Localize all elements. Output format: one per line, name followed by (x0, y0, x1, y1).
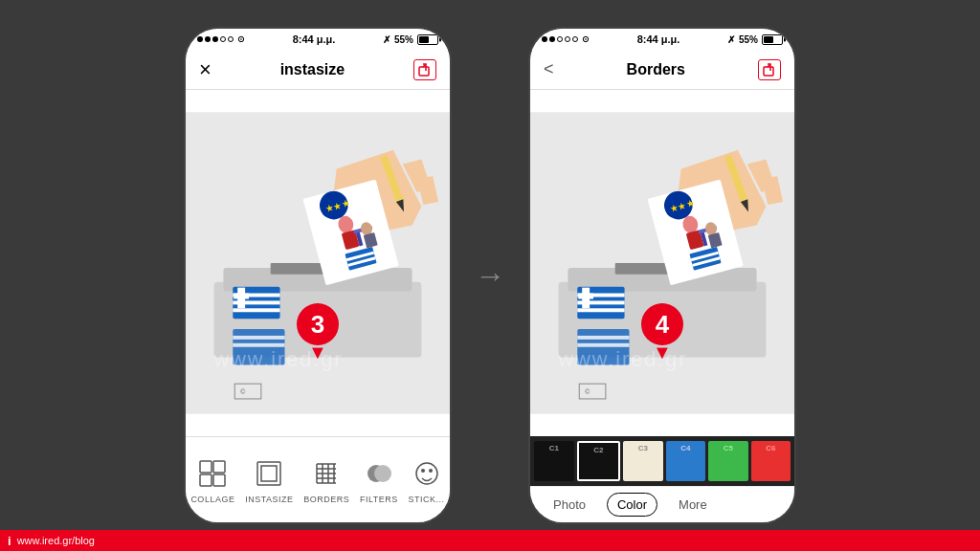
svg-point-54 (429, 469, 433, 473)
svg-rect-85 (577, 336, 629, 340)
svg-rect-31 (233, 343, 284, 347)
right-share-button[interactable] (758, 59, 781, 80)
swatch-c6[interactable]: C6 (751, 441, 791, 481)
swatch-c5[interactable]: C5 (708, 441, 748, 481)
signal-dot-5 (228, 36, 234, 42)
svg-rect-86 (577, 343, 629, 347)
svg-rect-35 (200, 461, 212, 473)
left-phone: ⊙ 8:44 μ.μ. ✗ 55% × instasize (184, 27, 452, 524)
svg-rect-30 (233, 336, 284, 340)
signal-dot-4 (220, 36, 226, 42)
right-cartoon-image: ★★★ © www.ired.gr (530, 90, 794, 436)
share-button[interactable] (413, 59, 436, 80)
swatch-c3[interactable]: C3 (623, 441, 663, 481)
right-nav-bar: < Borders (530, 50, 794, 90)
filters-icon (362, 456, 396, 491)
share-icon (418, 63, 432, 77)
filters-label: FILTERS (360, 495, 398, 504)
signal-dot-2 (205, 36, 211, 42)
left-status-bar: ⊙ 8:44 μ.μ. ✗ 55% (186, 29, 450, 50)
svg-rect-0 (419, 67, 429, 76)
borders-label: BORDERS (303, 495, 349, 504)
right-battery-icon (762, 34, 783, 45)
back-button[interactable]: < (544, 59, 554, 79)
svg-rect-55 (764, 67, 773, 76)
photo-tab[interactable]: Photo (544, 494, 595, 516)
app-title: instasize (280, 61, 345, 78)
swatch-c2[interactable]: C2 (577, 441, 621, 481)
signal-dot-3 (212, 36, 218, 42)
swatch-c4[interactable]: C4 (666, 441, 706, 481)
signal-dot-r5 (572, 36, 578, 42)
swatch-c2-label: C2 (579, 446, 619, 454)
collage-label: COLLAGE (190, 495, 234, 504)
borders-title: Borders (627, 61, 685, 78)
more-tab[interactable]: More (669, 494, 717, 516)
step-3-badge: 3 (297, 303, 339, 345)
left-image-area: ★★★ (186, 90, 450, 436)
left-nav-bar: × instasize (186, 50, 450, 90)
right-battery-pct: 55% (739, 34, 758, 45)
stickers-icon (410, 456, 444, 491)
step-4-arrow: ▼ (653, 342, 672, 362)
svg-rect-40 (261, 466, 277, 481)
bluetooth-icon: ✗ (383, 34, 390, 45)
svg-rect-36 (213, 461, 225, 473)
swatch-c1-label: C1 (534, 444, 574, 452)
instasize-label: INSTASIZE (245, 495, 293, 504)
signal-dot-r3 (557, 36, 563, 42)
step-3-arrow: ▼ (308, 342, 327, 362)
svg-rect-9 (233, 308, 279, 312)
right-bluetooth-icon: ✗ (727, 34, 735, 45)
svg-rect-64 (577, 308, 624, 312)
left-cartoon-image: ★★★ (186, 90, 450, 436)
pcm-bar: Photo Color More (530, 486, 794, 522)
right-wifi-icon: ⊙ (582, 34, 590, 44)
svg-point-53 (421, 469, 425, 473)
transition-arrow: → (475, 258, 505, 294)
signal-dot-r1 (542, 36, 547, 42)
instasize-tool[interactable]: INSTASIZE (245, 456, 293, 504)
color-tab[interactable]: Color (607, 493, 657, 517)
svg-rect-38 (213, 474, 225, 486)
website-url: www.ired.gr/blog (17, 535, 95, 546)
svg-rect-66 (578, 294, 593, 299)
close-button[interactable]: × (199, 57, 212, 82)
battery-icon (417, 34, 438, 45)
collage-tool[interactable]: COLLAGE (190, 456, 234, 504)
right-time: 8:44 μ.μ. (637, 33, 680, 45)
swatch-c4-label: C4 (666, 444, 706, 452)
right-status-bar: ⊙ 8:44 μ.μ. ✗ 55% (530, 29, 794, 50)
battery-pct: 55% (394, 34, 413, 45)
borders-tool[interactable]: BORDERS (303, 456, 349, 504)
collage-icon (195, 456, 230, 491)
wifi-icon: ⊙ (237, 34, 245, 44)
svg-rect-11 (234, 294, 249, 299)
stickers-label: STICK... (409, 495, 445, 504)
signal-dot-1 (197, 36, 203, 42)
signal-dot-r4 (565, 36, 570, 42)
swatch-c3-label: C3 (623, 444, 663, 452)
borders-icon (309, 456, 344, 491)
svg-text:©: © (585, 388, 590, 395)
swatch-c1[interactable]: C1 (534, 441, 574, 481)
left-toolbar: COLLAGE INSTASIZE (186, 436, 450, 522)
svg-rect-37 (200, 474, 212, 486)
svg-text:©: © (240, 388, 245, 395)
swatch-c5-label: C5 (708, 444, 748, 452)
signal-dot-r2 (549, 36, 555, 42)
filters-tool[interactable]: FILTERS (360, 456, 398, 504)
right-phone: ⊙ 8:44 μ.μ. ✗ 55% < Borders (528, 27, 796, 524)
right-share-icon (763, 63, 776, 77)
swatch-c6-label: C6 (751, 444, 791, 452)
right-image-area: ★★★ © www.ired.gr (530, 90, 794, 436)
step-4-badge: 4 (641, 303, 683, 345)
instasize-icon (252, 456, 286, 491)
website-bar: i www.ired.gr/blog (0, 530, 980, 551)
info-icon: i (8, 534, 11, 548)
svg-point-51 (374, 465, 391, 482)
left-time: 8:44 μ.μ. (293, 33, 336, 45)
color-swatches-row: C1 C2 C3 C4 C5 (530, 436, 794, 486)
stickers-tool[interactable]: STICK... (409, 456, 445, 504)
